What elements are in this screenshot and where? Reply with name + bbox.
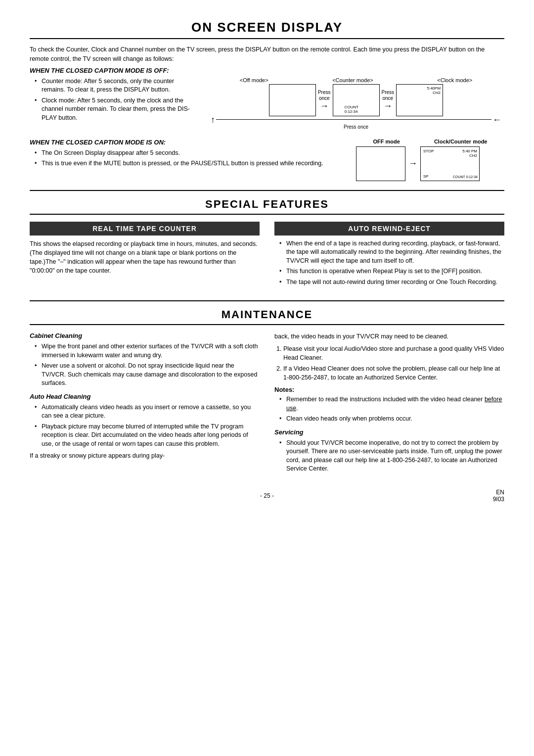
are-bullet-list: When the end of a tape is reached during… [274, 239, 504, 287]
ahc-extra: If a streaky or snowy picture appears du… [30, 452, 260, 459]
notes-bullet-1: Remember to read the instructions includ… [279, 395, 504, 413]
arrow-2: Pressonce → [382, 90, 395, 110]
mode-labels-row: <Off mode> <Counter mode> <Clock mode> [208, 77, 504, 83]
osd-off-bullets: Counter mode: After 5 seconds, only the … [30, 77, 198, 134]
cabinet-bullet-1: Wipe the front panel and other exterior … [35, 342, 260, 360]
arrow-line [216, 119, 491, 120]
osd-off-bullet-list: Counter mode: After 5 seconds, only the … [30, 77, 198, 123]
maintenance-grid: Cabinet Cleaning Wipe the front panel an… [30, 332, 504, 477]
cc-boxes-row: → STOP 5:40 PMCH2 SP COUNT 0:12:34 [356, 146, 504, 181]
osd-bullet-1: Counter mode: After 5 seconds, only the … [35, 77, 198, 94]
are-header: Auto Rewind-Eject [274, 222, 504, 236]
footer-en-label: EN [493, 489, 504, 496]
press-once-label-2: Pressonce [382, 90, 395, 101]
diagram-boxes: Pressonce → COUNT 0:12:34 Pressonce → 5:… [269, 84, 443, 116]
cc-on-right: OFF mode Clock/Counter mode → STOP 5:40 … [356, 139, 504, 181]
cabinet-cleaning-bullets: Wipe the front panel and other exterior … [30, 342, 260, 388]
ahc-bullet-1: Automatically cleans video heads as you … [35, 403, 260, 421]
notes-bullet-2: Clean video heads only when problems occ… [279, 415, 504, 424]
press-once-label-1: Pressonce [318, 90, 331, 101]
cc-time-label: 5:40 PMCH2 [462, 149, 477, 158]
footer-page: - 25 - [260, 492, 274, 499]
footer-code: 9I03 [493, 496, 504, 503]
auto-head-cleaning-heading: Auto Head Cleaning [30, 393, 260, 400]
cc-on-heading: WHEN THE CLOSED CAPTION MODE IS ON: [30, 139, 346, 146]
rttc-header: Real Time Tape Counter [30, 222, 260, 236]
counter-mode-box: COUNT 0:12:34 [333, 84, 380, 116]
arrow-1: Pressonce → [318, 90, 331, 110]
cc-on-section: WHEN THE CLOSED CAPTION MODE IS ON: The … [30, 139, 504, 181]
cc-on-diagram: OFF mode Clock/Counter mode → STOP 5:40 … [356, 139, 504, 181]
special-features-divider [30, 190, 504, 191]
on-screen-display-title: On Screen Display [30, 20, 504, 39]
numbered-2: If a Video Head Cleaner does not solve t… [283, 364, 504, 382]
cc-on-left: WHEN THE CLOSED CAPTION MODE IS ON: The … [30, 139, 346, 181]
off-mode-box [269, 84, 316, 116]
osd-mode-diagram: <Off mode> <Counter mode> <Clock mode> P… [208, 77, 504, 130]
arrow-right-1: → [320, 101, 329, 110]
clock-display: 5:40PMCH2 [427, 86, 441, 95]
cc-on-bullet-list: The On Screen Display disappear after 5 … [30, 149, 346, 168]
osd-bullet-2: Clock mode: After 5 seconds, only the cl… [35, 96, 198, 123]
cc-count-label: COUNT 0:12:34 [453, 175, 478, 179]
are-bullet-3: The tape will not auto-rewind during tim… [279, 278, 504, 287]
are-bullet-2: This function is operative when Repeat P… [279, 267, 504, 276]
real-time-tape-counter-col: Real Time Tape Counter This shows the el… [30, 222, 260, 291]
notes-bullet-1-text: Remember to read the instructions includ… [286, 396, 502, 412]
cc-stop-label: STOP [423, 149, 434, 153]
notes-bullets: Remember to read the instructions includ… [274, 395, 504, 424]
cabinet-cleaning-heading: Cabinet Cleaning [30, 332, 260, 339]
clock-mode-label: <Clock mode> [437, 77, 472, 83]
auto-rewind-eject-col: Auto Rewind-Eject When the end of a tape… [274, 222, 504, 291]
maintenance-right-col: back, the video heads in your TV/VCR may… [274, 332, 504, 477]
rttc-text: This shows the elapsed recording or play… [30, 239, 260, 276]
maintenance-left-col: Cabinet Cleaning Wipe the front panel an… [30, 332, 260, 477]
servicing-heading: Servicing [274, 428, 504, 436]
notes-heading: Notes: [274, 386, 504, 393]
numbered-list: Please visit your local Audio/Video stor… [274, 344, 504, 382]
cc-clock-counter-label: Clock/Counter mode [434, 139, 488, 144]
counter-mode-label: <Counter mode> [332, 77, 373, 83]
cc-off-box [356, 146, 405, 181]
arrow-right-2: → [383, 101, 392, 110]
arrow-left: ← [492, 116, 501, 123]
ahc-bullet-2: Playback picture may become blurred of i… [35, 423, 260, 449]
right-col-intro: back, the video heads in your TV/VCR may… [274, 332, 504, 341]
numbered-1: Please visit your local Audio/Video stor… [283, 344, 504, 362]
off-mode-label: <Off mode> [240, 77, 268, 83]
servicing-bullets: Should your TV/VCR become inoperative, d… [274, 439, 504, 473]
special-features-title: Special Features [30, 198, 504, 215]
before-use: before use [286, 396, 502, 412]
count-display: COUNT 0:12:34 [345, 105, 368, 114]
special-features-grid: Real Time Tape Counter This shows the el… [30, 222, 504, 291]
cc-on-bullet-2: This is true even if the MUTE button is … [35, 159, 346, 168]
cc-arrow: → [408, 158, 417, 169]
cabinet-bullet-2: Never use a solvent or alcohol. Do not s… [35, 362, 260, 388]
cc-clock-box: STOP 5:40 PMCH2 SP COUNT 0:12:34 [420, 146, 480, 181]
maintenance-title: Maintenance [30, 308, 504, 325]
clock-mode-box: 5:40PMCH2 [396, 84, 443, 116]
osd-off-section: Counter mode: After 5 seconds, only the … [30, 77, 504, 134]
servicing-bullet-1: Should your TV/VCR become inoperative, d… [279, 439, 504, 473]
footer: - 25 - EN 9I03 [30, 492, 504, 499]
press-once-below: Press once [344, 124, 368, 130]
cc-mode-labels: OFF mode Clock/Counter mode [356, 139, 504, 144]
footer-en-block: EN 9I03 [493, 489, 504, 503]
cc-off-heading: WHEN THE CLOSED CAPTION MODE IS OFF: [30, 67, 504, 74]
osd-diagram-off: <Off mode> <Counter mode> <Clock mode> P… [208, 77, 504, 134]
bottom-arrow-row: ↑ ← [208, 116, 504, 123]
arrow-up: ↑ [211, 116, 215, 123]
maintenance-divider [30, 300, 504, 301]
auto-head-cleaning-bullets: Automatically cleans video heads as you … [30, 403, 260, 449]
cc-sp-label: SP [423, 174, 429, 179]
cc-on-bullet-1: The On Screen Display disappear after 5 … [35, 149, 346, 158]
are-bullet-1: When the end of a tape is reached during… [279, 239, 504, 266]
cc-off-mode-label: OFF mode [373, 139, 400, 144]
osd-intro: To check the Counter, Clock and Channel … [30, 45, 504, 64]
